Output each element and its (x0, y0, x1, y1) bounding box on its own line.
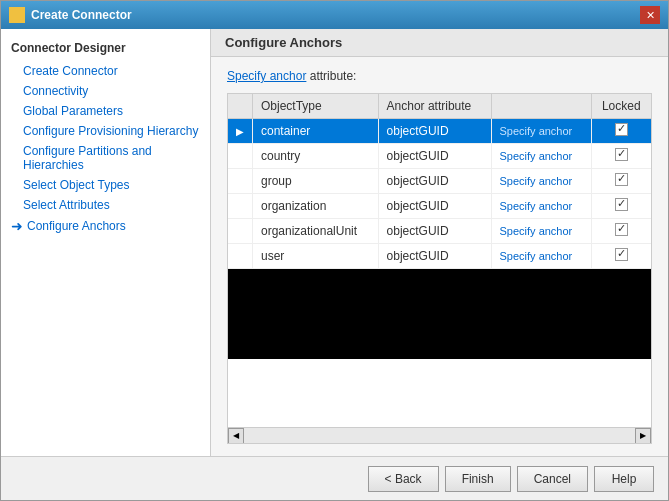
content-header: Configure Anchors (211, 29, 668, 57)
col-specify (491, 94, 591, 119)
locked-checkbox (615, 173, 628, 186)
locked-checkbox (615, 198, 628, 211)
sidebar-item-configure-partitions[interactable]: Configure Partitions and Hierarchies (1, 141, 210, 175)
specify-anchor-link[interactable]: Specify anchor (227, 69, 306, 83)
title-bar: Create Connector ✕ (1, 1, 668, 29)
table-row[interactable]: organizationalUnitobjectGUIDSpecify anch… (228, 219, 651, 244)
row-object-type: user (253, 244, 379, 269)
help-button[interactable]: Help (594, 466, 654, 492)
footer: < Back Finish Cancel Help (1, 456, 668, 500)
row-specify-anchor[interactable]: Specify anchor (491, 144, 591, 169)
row-object-type: container (253, 119, 379, 144)
main-area: Connector Designer Create Connector Conn… (1, 29, 668, 456)
row-anchor-attribute: objectGUID (378, 244, 491, 269)
window-title: Create Connector (31, 8, 132, 22)
row-anchor-attribute: objectGUID (378, 119, 491, 144)
sidebar-item-global-parameters[interactable]: Global Parameters (1, 101, 210, 121)
specify-anchor-link[interactable]: Specify anchor (500, 150, 573, 162)
black-panel (228, 269, 651, 359)
locked-checkbox (615, 123, 628, 136)
table-row[interactable]: organizationobjectGUIDSpecify anchor (228, 194, 651, 219)
row-object-type: country (253, 144, 379, 169)
col-object-type: ObjectType (253, 94, 379, 119)
specify-anchor-link[interactable]: Specify anchor (500, 125, 573, 137)
row-specify-anchor[interactable]: Specify anchor (491, 219, 591, 244)
sidebar-item-select-attributes[interactable]: Select Attributes (1, 195, 210, 215)
row-object-type: organization (253, 194, 379, 219)
row-anchor-attribute: objectGUID (378, 144, 491, 169)
anchors-table: ObjectType Anchor attribute Locked ▶cont… (228, 94, 651, 269)
row-specify-anchor[interactable]: Specify anchor (491, 244, 591, 269)
sidebar-item-configure-provisioning[interactable]: Configure Provisioning Hierarchy (1, 121, 210, 141)
row-object-type: group (253, 169, 379, 194)
sidebar: Connector Designer Create Connector Conn… (1, 29, 211, 456)
table-wrapper[interactable]: ObjectType Anchor attribute Locked ▶cont… (228, 94, 651, 427)
table-row[interactable]: countryobjectGUIDSpecify anchor (228, 144, 651, 169)
window: Create Connector ✕ Connector Designer Cr… (0, 0, 669, 501)
row-locked (591, 244, 651, 269)
scroll-left-button[interactable]: ◀ (228, 428, 244, 444)
row-arrow (228, 219, 253, 244)
row-locked (591, 219, 651, 244)
section-suffix: attribute: (306, 69, 356, 83)
sidebar-item-select-object-types[interactable]: Select Object Types (1, 175, 210, 195)
specify-anchor-link[interactable]: Specify anchor (500, 175, 573, 187)
row-arrow: ▶ (228, 119, 253, 144)
table-row[interactable]: groupobjectGUIDSpecify anchor (228, 169, 651, 194)
sidebar-item-configure-anchors[interactable]: ➜ Configure Anchors (1, 215, 210, 237)
row-locked (591, 119, 651, 144)
row-arrow (228, 194, 253, 219)
specify-anchor-link[interactable]: Specify anchor (500, 225, 573, 237)
section-title: Specify anchor attribute: (227, 69, 652, 83)
table-row[interactable]: userobjectGUIDSpecify anchor (228, 244, 651, 269)
close-button[interactable]: ✕ (640, 6, 660, 24)
sidebar-item-configure-anchors-label: Configure Anchors (27, 219, 126, 233)
locked-checkbox (615, 223, 628, 236)
active-arrow-icon: ➜ (11, 218, 23, 234)
sidebar-header: Connector Designer (1, 37, 210, 61)
content-area: Configure Anchors Specify anchor attribu… (211, 29, 668, 456)
row-anchor-attribute: objectGUID (378, 219, 491, 244)
specify-anchor-link[interactable]: Specify anchor (500, 200, 573, 212)
cancel-button[interactable]: Cancel (517, 466, 588, 492)
col-anchor-attribute: Anchor attribute (378, 94, 491, 119)
sidebar-item-connectivity[interactable]: Connectivity (1, 81, 210, 101)
col-arrow (228, 94, 253, 119)
table-body: ▶containerobjectGUIDSpecify anchorcountr… (228, 119, 651, 269)
row-locked (591, 194, 651, 219)
table-header-row: ObjectType Anchor attribute Locked (228, 94, 651, 119)
horizontal-scrollbar[interactable]: ◀ ▶ (228, 427, 651, 443)
locked-checkbox (615, 248, 628, 261)
row-specify-anchor[interactable]: Specify anchor (491, 119, 591, 144)
row-specify-anchor[interactable]: Specify anchor (491, 169, 591, 194)
row-arrow (228, 144, 253, 169)
specify-anchor-link[interactable]: Specify anchor (500, 250, 573, 262)
locked-checkbox (615, 148, 628, 161)
row-locked (591, 144, 651, 169)
col-locked: Locked (591, 94, 651, 119)
scroll-track[interactable] (244, 428, 635, 444)
row-object-type: organizationalUnit (253, 219, 379, 244)
scroll-right-button[interactable]: ▶ (635, 428, 651, 444)
row-anchor-attribute: objectGUID (378, 169, 491, 194)
title-bar-left: Create Connector (9, 7, 132, 23)
finish-button[interactable]: Finish (445, 466, 511, 492)
sidebar-item-create-connector[interactable]: Create Connector (1, 61, 210, 81)
row-arrow (228, 244, 253, 269)
row-locked (591, 169, 651, 194)
table-row[interactable]: ▶containerobjectGUIDSpecify anchor (228, 119, 651, 144)
row-specify-anchor[interactable]: Specify anchor (491, 194, 591, 219)
row-anchor-attribute: objectGUID (378, 194, 491, 219)
app-icon (9, 7, 25, 23)
content-body: Specify anchor attribute: ObjectType Anc… (211, 57, 668, 456)
back-button[interactable]: < Back (368, 466, 439, 492)
table-container: ObjectType Anchor attribute Locked ▶cont… (227, 93, 652, 444)
row-arrow (228, 169, 253, 194)
